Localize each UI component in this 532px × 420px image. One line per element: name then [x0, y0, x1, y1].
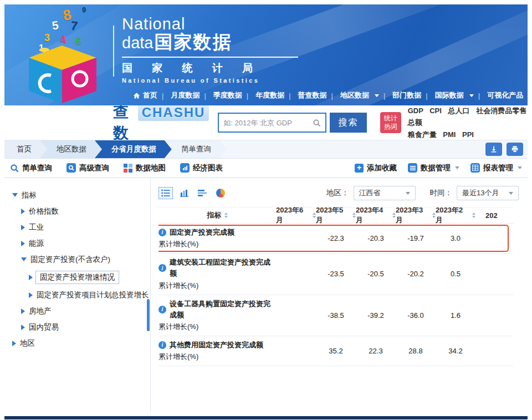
region-select[interactable]: 江西省: [354, 186, 416, 200]
nav-item-regional-data[interactable]: 地区数据: [327, 90, 379, 100]
caret-down-icon: [406, 192, 410, 195]
tree-item-industry[interactable]: 工业: [4, 219, 150, 235]
view-bar-chart-icon[interactable]: [177, 187, 191, 199]
nbs-cube-logo[interactable]: 8 9 5 7 3 4 6 1 2: [12, 6, 111, 104]
info-icon[interactable]: [158, 341, 166, 349]
table-header-row: 指标 2023年6月 2023年5月 2023年4月 2023年3月 2023年…: [158, 207, 513, 224]
brand-divider: [113, 26, 114, 77]
info-icon[interactable]: [158, 229, 166, 236]
list-icon: [408, 163, 417, 173]
nav-item-quarterly-data[interactable]: 季度数据: [200, 90, 242, 100]
value-cell: -20.5: [356, 270, 396, 278]
search-input[interactable]: [223, 119, 313, 127]
nav-item-home[interactable]: 首页: [133, 90, 157, 100]
tree-collapsed-icon: [29, 292, 33, 298]
nav-item-census-data[interactable]: 普查数据: [284, 90, 326, 100]
indicator-sub: 累计增长(%): [158, 280, 276, 291]
nav-item-publications[interactable]: 出版物: [523, 90, 528, 100]
column-header-2023-02[interactable]: 2023年2月: [436, 207, 475, 225]
column-header-clipped[interactable]: 202: [475, 211, 507, 220]
nav-item-monthly-data[interactable]: 月度数据: [157, 90, 200, 100]
hot-words-line2[interactable]: 粮食产量 PMI PPI: [408, 129, 528, 140]
download-button[interactable]: [485, 143, 502, 156]
indicator-name: 其他费用固定资产投资完成额: [170, 340, 263, 351]
tab-regional-data[interactable]: 地区数据: [40, 140, 102, 158]
footer-strip: [4, 416, 528, 419]
download-icon: [490, 145, 498, 153]
hot-badge-line1: 统计: [384, 114, 397, 123]
tab-simple-query[interactable]: 简单查询: [165, 140, 227, 158]
home-icon: [133, 92, 140, 99]
value-cell: 3.0: [436, 234, 475, 242]
sidebar-scrollbar-thumb[interactable]: [147, 299, 150, 331]
indicator-sub: 累计增长(%): [158, 239, 276, 250]
hot-words-line1[interactable]: GDP CPI 总人口 社会消费品零售总额: [408, 105, 528, 129]
view-and-filter-bar: 地区： 江西省 时间： 最近13个月: [158, 185, 528, 201]
tab-home[interactable]: 首页: [4, 140, 47, 158]
view-pie-chart-icon[interactable]: [213, 187, 228, 199]
advanced-query-button[interactable]: 高级查询: [66, 163, 109, 173]
time-select[interactable]: 最近13个月: [457, 186, 519, 200]
column-header-2023-06[interactable]: 2023年6月: [276, 207, 316, 225]
tree-collapsed-icon: [12, 341, 16, 346]
hot-words-badge: 统计 热词: [380, 112, 401, 133]
simple-query-button[interactable]: 简单查询: [10, 163, 52, 173]
indicator-tree-sidebar: 指标 价格指数 工业 能源 固定资产投资(不含农户) 固定资产投资增速情况 固定…: [4, 178, 151, 412]
site-header: 8 9 5 7 3 4 6 1 2 National data 国家数据: [4, 4, 528, 105]
cube-icon: [13, 41, 102, 105]
caret-down-icon: [518, 166, 522, 169]
pie-icon: [216, 189, 225, 198]
tree-item-indicators[interactable]: 指标: [4, 187, 150, 203]
hot-words: GDP CPI 总人口 社会消费品零售总额 粮食产量 PMI PPI: [408, 105, 528, 140]
tree-item-price-index[interactable]: 价格指数: [4, 203, 150, 219]
add-favorite-button[interactable]: 添加收藏: [355, 163, 397, 173]
print-button[interactable]: [507, 143, 523, 156]
tree-item-domestic-trade[interactable]: 国内贸易: [4, 319, 150, 335]
logo-number: 9: [82, 6, 86, 14]
chashu-logo[interactable]: 查数 CHASHU: [113, 102, 209, 144]
report-manage-button[interactable]: 报表管理: [470, 163, 522, 173]
indicator-name: 固定资产投资完成额: [170, 227, 234, 238]
breadcrumb-actions: [485, 140, 528, 158]
nav-item-label: 首页: [143, 90, 157, 100]
econ-chart-button[interactable]: 经济图表: [180, 163, 223, 173]
advanced-query-label: 高级查询: [79, 163, 109, 173]
info-icon[interactable]: [158, 264, 166, 272]
advanced-query-icon: [66, 163, 76, 173]
column-header-2023-05[interactable]: 2023年5月: [316, 207, 356, 225]
value-cell: -39.2: [356, 311, 396, 320]
search-icon[interactable]: [313, 119, 321, 127]
org-name-en: National Bureau of Statistics: [122, 77, 298, 84]
tree-item-fai-growth-rate[interactable]: 固定资产投资增速情况: [4, 267, 150, 287]
tree-item-real-estate[interactable]: 房地产: [4, 303, 150, 319]
brand-national: National: [122, 16, 298, 32]
brand-cn-title: 国家数据: [154, 32, 232, 52]
nav-item-department-data[interactable]: 部门数据: [379, 90, 421, 100]
column-header-2023-03[interactable]: 2023年3月: [396, 207, 436, 225]
view-list-icon[interactable]: [158, 187, 173, 199]
data-map-icon: [124, 164, 132, 173]
value-cell: 22.3: [356, 347, 396, 355]
main-navigation: 首页 月度数据 季度数据 年度数据 普查数据 地区数据 部门数据 国际数据 可视…: [133, 90, 524, 100]
search-button[interactable]: 搜索: [330, 113, 367, 133]
tree-item-region[interactable]: 地区: [4, 335, 150, 351]
caret-down-icon: [455, 166, 459, 169]
nav-item-international-data[interactable]: 国际数据: [421, 90, 473, 100]
print-icon: [511, 145, 519, 153]
sort-icon[interactable]: [224, 212, 228, 218]
view-table-icon[interactable]: [195, 187, 209, 199]
tree-item-fixed-asset-investment[interactable]: 固定资产投资(不含农户): [4, 251, 150, 267]
tree-item-energy[interactable]: 能源: [4, 235, 150, 251]
nav-item-visual-products[interactable]: 可视化产品: [474, 90, 523, 100]
tab-province-monthly-data[interactable]: 分省月度数据: [95, 140, 172, 158]
column-header-2023-04[interactable]: 2023年4月: [356, 207, 396, 225]
tree-item-fai-project-plan-growth[interactable]: 固定资产投资项目计划总投资增长: [4, 287, 150, 303]
info-icon[interactable]: [158, 306, 166, 313]
nav-item-annual-data[interactable]: 年度数据: [242, 90, 284, 100]
econ-chart-label: 经济图表: [193, 163, 223, 173]
data-map-button[interactable]: 数据地图: [124, 163, 166, 173]
column-header-indicator[interactable]: 指标: [158, 210, 276, 220]
data-manage-button[interactable]: 数据管理: [408, 163, 459, 173]
region-select-value: 江西省: [359, 188, 381, 198]
toolbar: 简单查询 高级查询 数据地图 经济图表 添加收藏: [4, 159, 528, 178]
